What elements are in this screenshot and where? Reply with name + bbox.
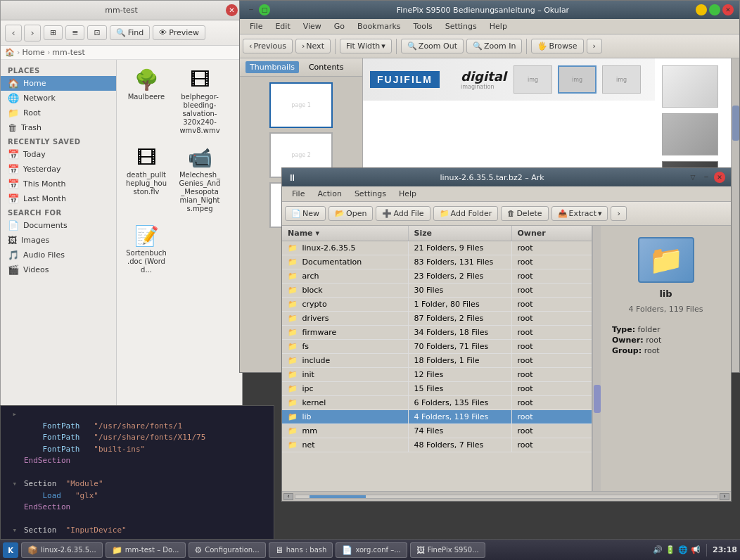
- ark-table-row[interactable]: 📁 drivers 87 Folders, 2 Files root: [282, 312, 592, 326]
- size-column-header[interactable]: Size: [409, 226, 512, 241]
- ark-table-row[interactable]: 📁 fs 70 Folders, 71 Files root: [282, 340, 592, 354]
- settings-menu[interactable]: Settings: [440, 20, 483, 32]
- sidebar-item-audio[interactable]: 🎵 Audio Files: [1, 248, 116, 262]
- fit-width-button[interactable]: Fit Width ▾: [340, 39, 392, 53]
- scroll-right-btn[interactable]: ›: [720, 493, 729, 500]
- page-thumb-1[interactable]: page 1: [269, 82, 333, 128]
- sidebar-item-yesterday[interactable]: 📅 Yesterday: [1, 162, 116, 177]
- browse-button[interactable]: 🖐 Browse: [531, 39, 583, 53]
- ark-settings-menu[interactable]: Settings: [349, 188, 392, 200]
- ark-min-btn[interactable]: ─: [701, 172, 712, 183]
- open-button[interactable]: 📂 Open: [328, 206, 373, 221]
- ark-file-menu[interactable]: File: [286, 188, 310, 200]
- previous-button[interactable]: ‹ Previous: [243, 39, 293, 53]
- ark-vertical-scrollbar[interactable]: [592, 226, 601, 491]
- file-item[interactable]: 🎞 death_pulltheplug_houston.flv: [122, 144, 170, 216]
- view-menu[interactable]: View: [298, 20, 327, 32]
- ark-titlebar-pause[interactable]: ⏸: [288, 172, 297, 183]
- sidebar-item-documents[interactable]: 📄 Documents: [1, 218, 116, 233]
- find-button[interactable]: 🔍 Find: [110, 25, 151, 40]
- view-compact-button[interactable]: ⊡: [87, 25, 106, 40]
- min-btn[interactable]: [696, 4, 707, 15]
- sidebar-item-today[interactable]: 📅 Today: [1, 147, 116, 162]
- ark-table-row[interactable]: 📁 arch 23 Folders, 2 Files root: [282, 269, 592, 284]
- more-button[interactable]: ›: [611, 206, 626, 221]
- ark-table-row[interactable]: 📁 lib 4 Folders, 119 Files root: [282, 410, 592, 424]
- breadcrumb-home-text[interactable]: Home: [22, 48, 44, 57]
- thumbnails-tab[interactable]: Thumbnails: [245, 61, 299, 73]
- add-folder-button[interactable]: 📁 Add Folder: [433, 206, 499, 221]
- file-item[interactable]: 📹 Melechesh_Genies_And_Mesopotamian_Nigh…: [176, 144, 224, 216]
- network-tray-icon[interactable]: 🌐: [678, 545, 688, 554]
- ark-table-row[interactable]: 📁 include 18 Folders, 1 File root: [282, 354, 592, 368]
- next-button[interactable]: › Next: [295, 39, 331, 53]
- close-btn[interactable]: ✕: [722, 4, 734, 15]
- add-file-button[interactable]: ➕ Add File: [376, 206, 430, 221]
- file-item[interactable]: 🌳 Maulbeere: [122, 65, 170, 138]
- sidebar-item-images[interactable]: 🖼 Images: [1, 233, 116, 248]
- taskbar-app-okular[interactable]: 🖼 FinePix S950...: [410, 542, 485, 558]
- go-menu[interactable]: Go: [328, 20, 350, 32]
- sidebar-item-network[interactable]: 🌐 Network: [1, 91, 116, 106]
- kde-launcher[interactable]: K: [3, 542, 18, 558]
- max-btn[interactable]: [709, 4, 720, 15]
- ark-table-row[interactable]: 📁 ipc 15 Files root: [282, 382, 592, 396]
- file-item[interactable]: 📝 Sortenbuch.doc (Word d...: [122, 222, 170, 277]
- taskbar-app-fm[interactable]: 📁 mm-test – Do...: [106, 542, 186, 558]
- notifications-icon[interactable]: 📢: [691, 545, 701, 554]
- bookmarks-menu[interactable]: Bookmarks: [352, 20, 406, 32]
- preview-button[interactable]: 👁 Preview: [153, 25, 205, 40]
- name-column-header[interactable]: Name ▾: [282, 226, 409, 241]
- ark-unfocus-btn[interactable]: ▽: [687, 172, 698, 183]
- sidebar-item-home[interactable]: 🏠 Home: [1, 76, 116, 91]
- ark-table-row[interactable]: 📁 mm 74 Files root: [282, 424, 592, 438]
- code-area[interactable]: FontPath "/usr/share/fonts/1 FontPath "/…: [24, 409, 268, 545]
- ark-close-btn[interactable]: ✕: [714, 172, 725, 183]
- minimize-button[interactable]: ─: [245, 4, 257, 15]
- ark-table-row[interactable]: 📁 firmware 34 Folders, 18 Files root: [282, 326, 592, 340]
- ark-table-row[interactable]: 📁 block 30 Files root: [282, 284, 592, 298]
- help-menu[interactable]: Help: [484, 20, 513, 32]
- view-icons-button[interactable]: ⊞: [44, 25, 63, 40]
- view-list-button[interactable]: ≡: [65, 25, 84, 40]
- ark-action-menu[interactable]: Action: [312, 188, 347, 200]
- zoom-out-button[interactable]: 🔍 Zoom Out: [401, 39, 464, 53]
- breadcrumb-home[interactable]: 🏠: [5, 48, 15, 57]
- sidebar-item-this-month[interactable]: 📅 This Month: [1, 177, 116, 191]
- owner-column-header[interactable]: Owner: [512, 226, 592, 241]
- edit-menu[interactable]: Edit: [269, 20, 295, 32]
- sidebar-item-root[interactable]: 📁 Root: [1, 106, 116, 120]
- okular-scrollbar[interactable]: [731, 58, 739, 372]
- more-tools-button[interactable]: ›: [587, 39, 602, 53]
- taskbar-app-ark[interactable]: 📦 linux-2.6.35.5...: [21, 542, 103, 558]
- file-item[interactable]: 🎞 belphegor-bleeding-salvation-320x240-w…: [176, 65, 224, 138]
- scroll-left-btn[interactable]: ‹: [283, 493, 293, 500]
- breadcrumb-mm-test[interactable]: mm-test: [52, 48, 85, 57]
- taskbar-app-config[interactable]: ⚙ Configuration...: [189, 542, 266, 558]
- sidebar-item-trash[interactable]: 🗑 Trash: [1, 120, 116, 135]
- delete-button[interactable]: 🗑 Delete: [501, 206, 548, 221]
- tools-menu[interactable]: Tools: [408, 20, 438, 32]
- ark-help-menu[interactable]: Help: [393, 188, 422, 200]
- new-button[interactable]: 📄 New: [285, 206, 326, 221]
- sidebar-item-last-month[interactable]: 📅 Last Month: [1, 191, 116, 206]
- battery-icon[interactable]: 🔋: [665, 545, 675, 554]
- ark-table-row[interactable]: 📁 Documentation 83 Folders, 131 Files ro…: [282, 255, 592, 269]
- ark-table-row[interactable]: 📁 net 48 Folders, 7 Files root: [282, 438, 592, 452]
- volume-icon[interactable]: 🔊: [653, 545, 663, 554]
- sidebar-item-videos[interactable]: 🎬 Videos: [1, 262, 116, 277]
- back-button[interactable]: ‹: [5, 25, 22, 42]
- ark-table-row[interactable]: 📁 linux-2.6.35.5 21 Folders, 9 Files roo…: [282, 241, 592, 255]
- fm-close-button[interactable]: ✕: [226, 4, 238, 16]
- contents-tab[interactable]: Contents: [305, 61, 347, 73]
- extract-button[interactable]: 📤 Extract ▾: [551, 206, 608, 221]
- ark-table-row[interactable]: 📁 crypto 1 Folder, 80 Files root: [282, 298, 592, 312]
- forward-button[interactable]: ›: [24, 25, 41, 42]
- maximize-button[interactable]: □: [259, 4, 270, 15]
- ark-table-row[interactable]: 📁 kernel 6 Folders, 135 Files root: [282, 396, 592, 410]
- file-menu[interactable]: File: [244, 20, 268, 32]
- ark-table-row[interactable]: 📁 init 12 Files root: [282, 368, 592, 382]
- taskbar-app-xorg[interactable]: 📄 xorg.conf –...: [336, 542, 407, 558]
- taskbar-app-terminal[interactable]: 🖥 hans : bash: [269, 542, 333, 558]
- zoom-in-button[interactable]: 🔍 Zoom In: [466, 39, 522, 53]
